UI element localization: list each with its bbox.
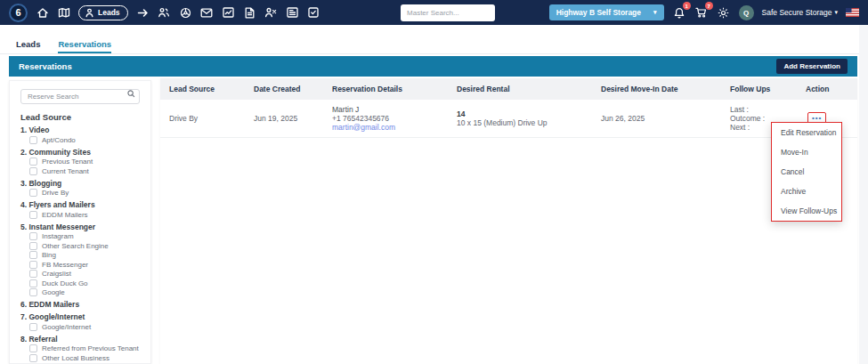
action-menu-item[interactable]: Cancel [772, 162, 841, 182]
checkbox[interactable] [29, 211, 37, 219]
checkbox[interactable] [29, 354, 37, 362]
option-label: Previous Tenant [42, 158, 93, 166]
user-avatar[interactable]: Q [739, 5, 754, 20]
lead-source-option[interactable]: Drive By [29, 189, 140, 197]
tab-reservations[interactable]: Reservations [58, 39, 111, 53]
lead-source-group-heading: 4. Flyers and Mailers [20, 201, 140, 209]
team-icon[interactable] [158, 6, 171, 20]
lead-source-option[interactable]: Bing [29, 251, 140, 259]
mail-icon[interactable] [200, 6, 214, 20]
facility-name: Highway B Self Storage [556, 8, 641, 17]
top-navbar: 6 Leads Highway B Self Storage ▾ [0, 0, 868, 25]
checkbox[interactable] [29, 189, 37, 197]
nav-leads-label: Leads [98, 8, 120, 17]
lead-source-option[interactable]: Craigslist [29, 270, 140, 278]
home-icon[interactable] [36, 6, 49, 20]
column-header: Action [797, 78, 857, 100]
cell-date-created: Jun 19, 2025 [245, 109, 323, 128]
cell-lead-source: Drive By [160, 109, 245, 128]
scrollbar-track[interactable] [859, 25, 868, 364]
contact-phone: +1 76542345676 [332, 114, 439, 123]
notifications-button[interactable]: 1 [672, 5, 686, 20]
table-header-row: Lead SourceDate CreatedReservation Detai… [160, 78, 857, 100]
lead-source-option[interactable]: Other Search Engine [29, 242, 140, 250]
lead-source-option[interactable]: Current Tenant [29, 167, 140, 175]
arrow-right-icon[interactable] [136, 6, 150, 20]
wheel-icon[interactable] [179, 6, 192, 20]
bell-icon [674, 7, 685, 19]
checkbox[interactable] [29, 158, 37, 166]
option-label: Duck Duck Go [42, 279, 88, 287]
rental-quantity: 14 [457, 109, 583, 118]
account-menu[interactable]: Safe Secure Storage ▾ [762, 8, 838, 17]
search-icon [127, 90, 135, 98]
cell-move-in-date: Jun 26, 2025 [592, 109, 721, 128]
column-header: Reservation Details [323, 78, 448, 100]
settings-button[interactable] [717, 5, 731, 20]
section-header: Reservations Add Reservation [9, 56, 857, 77]
reserve-search-input[interactable] [20, 89, 140, 104]
action-menu-item[interactable]: Edit Reservation [772, 123, 841, 142]
chevron-down-icon: ▾ [834, 9, 838, 16]
checkbox[interactable] [29, 261, 37, 269]
action-menu-item[interactable]: Move-In [772, 142, 841, 162]
table-row[interactable]: Drive By Jun 19, 2025 Martin J +1 765423… [160, 100, 857, 138]
nav-leads-active[interactable]: Leads [78, 5, 128, 20]
lead-source-option[interactable]: Apt/Condo [29, 136, 140, 144]
cart-button[interactable]: 7 [694, 5, 709, 20]
document-icon[interactable] [243, 6, 256, 20]
column-header: Lead Source [160, 78, 245, 100]
checkbox[interactable] [29, 167, 37, 175]
option-label: Referred from Previous Tenant [42, 344, 139, 352]
option-label: EDDM Mailers [42, 211, 88, 219]
checkbox[interactable] [29, 323, 37, 331]
action-menu-item[interactable]: Archive [772, 182, 841, 201]
reservations-table: Lead SourceDate CreatedReservation Detai… [160, 78, 857, 364]
contact-email-link[interactable]: martin@gmail.com [332, 123, 395, 132]
checkbox[interactable] [29, 136, 37, 144]
section-title: Reservations [19, 61, 72, 71]
option-label: Google/Internet [42, 323, 91, 331]
tab-leads[interactable]: Leads [16, 39, 40, 53]
checkbox[interactable] [29, 288, 37, 296]
lead-source-option[interactable]: FB Messenger [29, 261, 140, 269]
add-reservation-button[interactable]: Add Reservation [776, 59, 848, 74]
lead-source-group-heading: 7. Google/Internet [20, 313, 140, 321]
map-icon[interactable] [57, 6, 70, 20]
lead-source-option[interactable]: EDDM Mailers [29, 211, 140, 219]
language-flag-icon[interactable] [846, 6, 859, 20]
checkbox[interactable] [29, 242, 37, 250]
gear-icon [718, 7, 729, 19]
lead-source-option[interactable]: Other Local Business [29, 354, 140, 362]
cell-desired-rental: 14 10 x 15 (Medium) Drive Up [448, 104, 592, 133]
checkbox[interactable] [29, 270, 37, 278]
account-name: Safe Secure Storage [762, 8, 832, 17]
checkbox[interactable] [29, 344, 37, 352]
news-icon[interactable] [286, 6, 299, 20]
lead-source-option[interactable]: Duck Duck Go [29, 279, 140, 287]
lead-source-option[interactable]: Previous Tenant [29, 158, 140, 166]
lead-source-group-heading: 3. Blogging [20, 180, 140, 188]
lead-source-groups: 1. VideoApt/Condo2. Community SitesPrevi… [20, 126, 140, 364]
remove-user-icon[interactable] [264, 6, 278, 20]
action-menu-item[interactable]: View Follow-Ups [772, 201, 841, 221]
cart-badge: 7 [705, 2, 713, 10]
tasks-icon[interactable] [307, 6, 320, 20]
master-search-input[interactable] [401, 4, 495, 21]
contact-name: Martin J [332, 105, 439, 114]
facility-selector[interactable]: Highway B Self Storage ▾ [549, 4, 664, 20]
option-label: Current Tenant [42, 167, 89, 175]
lead-source-option[interactable]: Instagram [29, 232, 140, 240]
option-label: Drive By [42, 189, 69, 197]
checkbox[interactable] [29, 279, 37, 287]
lead-source-option[interactable]: Google [29, 288, 140, 296]
checkbox[interactable] [29, 251, 37, 259]
lead-source-option[interactable]: Google/Internet [29, 323, 140, 331]
lead-source-group-heading: 6. EDDM Mailers [20, 301, 140, 309]
column-header: Follow Ups [721, 78, 797, 100]
chart-icon[interactable] [222, 6, 235, 20]
option-label: Other Search Engine [42, 242, 109, 250]
tab-bar: Leads Reservations [0, 39, 868, 54]
checkbox[interactable] [29, 232, 37, 240]
lead-source-option[interactable]: Referred from Previous Tenant [29, 344, 140, 352]
